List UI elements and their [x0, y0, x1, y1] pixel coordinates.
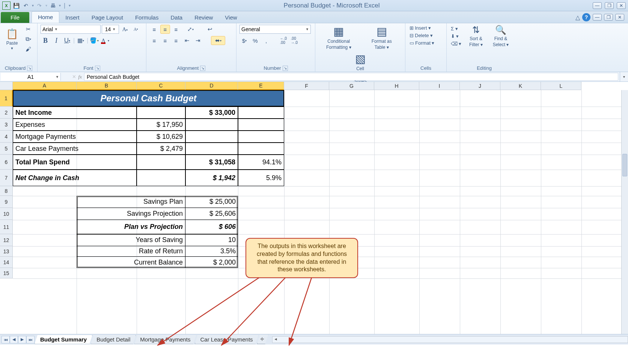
- minimize-button[interactable]: ―: [593, 2, 602, 9]
- cell[interactable]: $ 606: [185, 220, 238, 234]
- align-top-icon[interactable]: ≡: [149, 25, 159, 34]
- first-sheet-button[interactable]: ⏮: [2, 336, 10, 343]
- cell[interactable]: [238, 131, 284, 143]
- horizontal-scrollbar[interactable]: [272, 336, 628, 343]
- tab-view[interactable]: View: [219, 12, 243, 23]
- row-header-14[interactable]: 14: [0, 257, 13, 268]
- increase-decimal-icon[interactable]: ←.0.00: [279, 36, 288, 45]
- column-header-l[interactable]: L: [541, 82, 581, 90]
- redo-icon[interactable]: ↷: [35, 2, 44, 10]
- next-sheet-button[interactable]: ▶: [18, 336, 26, 343]
- tab-data[interactable]: Data: [164, 12, 188, 23]
- column-header-a[interactable]: A: [13, 82, 77, 90]
- fill-color-button[interactable]: 🪣▾: [89, 36, 99, 45]
- tab-formulas[interactable]: Formulas: [129, 12, 165, 23]
- cell[interactable]: [238, 143, 284, 155]
- scrollbar-thumb[interactable]: [622, 154, 627, 176]
- sheet-tab-car-lease-payments[interactable]: Car Lease Payments: [195, 335, 259, 344]
- cell[interactable]: $ 25,000: [185, 196, 238, 208]
- cell[interactable]: Car Lease Payments: [13, 143, 137, 155]
- save-icon[interactable]: 💾: [12, 2, 20, 10]
- name-box[interactable]: A1▼: [1, 73, 61, 81]
- tab-insert[interactable]: Insert: [59, 12, 86, 23]
- cell[interactable]: $ 25,606: [185, 208, 238, 220]
- column-header-h[interactable]: H: [374, 82, 419, 90]
- cell[interactable]: Plan vs Projection: [77, 220, 185, 234]
- worksheet-grid[interactable]: ABCDEFGHIJKL 123456789101112131415 Perso…: [0, 82, 628, 344]
- format-cells-button[interactable]: ▭Format ▾: [408, 40, 435, 46]
- row-header-1[interactable]: 1: [0, 90, 13, 107]
- row-header-6[interactable]: 6: [0, 155, 13, 170]
- tab-home[interactable]: Home: [32, 11, 59, 23]
- cell[interactable]: Savings Plan: [77, 196, 185, 208]
- last-sheet-button[interactable]: ⏭: [26, 336, 35, 343]
- tab-review[interactable]: Review: [188, 12, 219, 23]
- cell[interactable]: [137, 170, 185, 186]
- percent-format-icon[interactable]: %: [250, 36, 260, 45]
- file-tab[interactable]: File: [1, 12, 29, 23]
- cell[interactable]: $ 31,058: [185, 155, 238, 170]
- select-all-corner[interactable]: [0, 82, 13, 90]
- column-header-k[interactable]: K: [500, 82, 541, 90]
- merge-center-icon[interactable]: ⬌▾: [211, 36, 225, 45]
- clipboard-dialog-launcher[interactable]: ↘: [27, 66, 32, 71]
- cell[interactable]: 10: [185, 234, 238, 246]
- fx-icon[interactable]: fx: [78, 74, 82, 80]
- column-header-e[interactable]: E: [238, 82, 284, 90]
- copy-icon[interactable]: ⧉▾: [23, 35, 33, 44]
- cell[interactable]: Years of Saving: [77, 234, 185, 246]
- undo-icon[interactable]: ↶: [22, 2, 30, 10]
- column-header-d[interactable]: D: [185, 82, 238, 90]
- row-header-2[interactable]: 2: [0, 107, 13, 119]
- new-sheet-button[interactable]: ✧: [257, 335, 268, 344]
- accounting-format-icon[interactable]: $▾: [239, 36, 249, 45]
- clear-button[interactable]: ⌫ ▾: [450, 41, 462, 47]
- borders-button[interactable]: ▦▾: [76, 36, 86, 45]
- close-button[interactable]: ✕: [617, 2, 626, 9]
- sort-filter-button[interactable]: ⇅ Sort & Filter ▾: [465, 25, 487, 47]
- row-header-3[interactable]: 3: [0, 119, 13, 131]
- column-header-b[interactable]: B: [77, 82, 137, 90]
- workbook-close-button[interactable]: ✕: [615, 14, 624, 21]
- cell[interactable]: Net Income: [13, 107, 137, 119]
- underline-button[interactable]: U▾: [62, 36, 72, 45]
- column-header-i[interactable]: I: [419, 82, 460, 90]
- expand-formula-bar-icon[interactable]: ▾: [620, 72, 628, 81]
- cell[interactable]: $ 17,950: [137, 119, 185, 131]
- row-header-11[interactable]: 11: [0, 220, 13, 234]
- row-header-8[interactable]: 8: [0, 186, 13, 196]
- align-right-icon[interactable]: ≡: [171, 36, 181, 45]
- cell[interactable]: $ 2,000: [185, 257, 238, 268]
- row-header-12[interactable]: 12: [0, 234, 13, 246]
- cell[interactable]: Net Change in Cash: [13, 170, 137, 186]
- number-format-combo[interactable]: General▼: [239, 25, 311, 34]
- font-dialog-launcher[interactable]: ↘: [95, 66, 100, 71]
- row-header-13[interactable]: 13: [0, 246, 13, 257]
- row-header-5[interactable]: 5: [0, 143, 13, 155]
- restore-button[interactable]: ❐: [605, 2, 614, 9]
- number-dialog-launcher[interactable]: ↘: [283, 66, 288, 71]
- cell[interactable]: [137, 155, 185, 170]
- minimize-ribbon-icon[interactable]: △: [575, 14, 580, 21]
- grow-font-icon[interactable]: A▴: [120, 25, 130, 34]
- align-middle-icon[interactable]: ≡: [160, 25, 170, 34]
- row-header-4[interactable]: 4: [0, 131, 13, 143]
- shrink-font-icon[interactable]: A▾: [131, 25, 141, 34]
- sheet-tab-budget-summary[interactable]: Budget Summary: [35, 335, 92, 344]
- cell[interactable]: Savings Projection: [77, 208, 185, 220]
- align-bottom-icon[interactable]: ≡: [171, 25, 181, 34]
- cell[interactable]: $ 2,479: [137, 143, 185, 155]
- comma-format-icon[interactable]: ,: [261, 36, 271, 45]
- excel-icon[interactable]: X: [2, 2, 11, 10]
- row-header-9[interactable]: 9: [0, 196, 13, 208]
- column-header-g[interactable]: G: [329, 82, 374, 90]
- vertical-scrollbar[interactable]: [621, 90, 628, 344]
- tab-page-layout[interactable]: Page Layout: [86, 12, 129, 23]
- cell[interactable]: 5.9%: [238, 170, 284, 186]
- paste-button[interactable]: 📋 Paste ▼: [3, 28, 21, 50]
- insert-cells-button[interactable]: ⊞Insert ▾: [408, 25, 432, 31]
- cell[interactable]: Current Balance: [77, 257, 185, 268]
- font-size-combo[interactable]: 14▼: [102, 25, 119, 34]
- column-header-j[interactable]: J: [460, 82, 500, 90]
- cell[interactable]: $ 33,000: [185, 107, 238, 119]
